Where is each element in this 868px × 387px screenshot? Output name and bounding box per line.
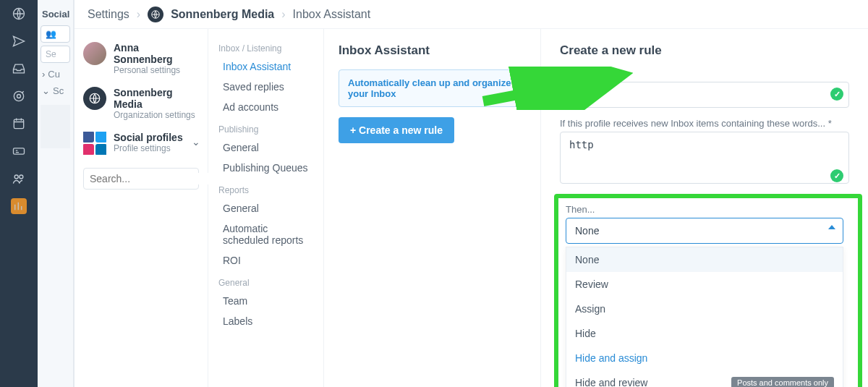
bg-chip: 👥 [41,25,70,43]
nav-labels[interactable]: Labels [208,311,323,331]
settings-nav: Inbox / Listening Inbox Assistant Saved … [208,0,324,387]
bg-search: Se [41,46,70,63]
create-rule-title: Create a new rule [560,43,849,58]
workspace-icon [148,7,163,22]
svg-point-2 [17,95,21,98]
nav-ad-accounts[interactable]: Ad accounts [208,97,323,117]
bg-row-scheduled: ⌄Sc [41,82,70,99]
create-rule-button[interactable]: + Create a new rule [339,117,454,143]
search-input[interactable] [90,173,216,184]
nav-publishing-general[interactable]: General [208,137,323,158]
nav-inbox-assistant[interactable]: Inbox Assistant [208,56,323,77]
social-profiles-icon [83,132,106,155]
check-icon [830,88,843,101]
account-profiles[interactable]: Social profiles Profile settings [75,126,208,161]
opt-hide[interactable]: Hide [566,321,843,346]
crumb-workspace[interactable]: Sonnenberg Media [171,8,274,21]
account-sub: Personal settings [114,65,199,75]
opt-hide-review-label: Hide and review [575,377,647,387]
avatar [83,42,106,65]
send-icon[interactable] [11,33,27,49]
bg-row-custom: ›Cu [41,66,70,82]
nav-group-reports: Reports [208,178,323,198]
svg-rect-3 [14,119,23,129]
opt-assign[interactable]: Assign [566,297,843,321]
account-sub: Profile settings [114,143,183,153]
accounts-column: Anna Sonnenberg Personal settings Sonnen… [75,0,208,387]
words-input[interactable] [560,132,849,184]
check-icon [830,169,843,182]
people-icon[interactable] [11,171,27,187]
search-input-wrap[interactable] [83,168,199,190]
nav-publishing-queues[interactable]: Publishing Queues [208,158,323,178]
account-sub: Organization settings [114,110,199,120]
opt-hide-review[interactable]: Hide and review Posts and comments only [566,370,843,387]
bg-tab: Social [41,6,70,22]
nav-group-publishing: Publishing [208,117,323,137]
rule-name-label: Rule name * [560,68,849,79]
crumb-page: Inbox Assistant [293,8,371,21]
then-select[interactable]: None [566,218,843,244]
calendar-icon[interactable] [11,116,27,132]
info-banner: Automatically clean up and organize your… [339,69,526,107]
account-personal[interactable]: Anna Sonnenberg Personal settings [75,36,208,81]
account-name: Sonnenberg Media [114,87,199,110]
caret-up-icon [828,225,835,229]
words-label: If this profile receives new Inbox items… [560,118,849,129]
nav-group-inbox: Inbox / Listening [208,36,323,56]
then-dropdown: None Review Assign Hide Hide and assign … [566,247,843,387]
opt-none[interactable]: None [566,247,843,272]
bg-skeleton [41,105,70,148]
logo-icon[interactable] [11,6,27,22]
opt-hide-review-tag: Posts and comments only [731,377,834,387]
svg-point-6 [20,175,23,179]
account-name: Anna Sonnenberg [114,42,199,65]
chevron-right-icon: › [281,8,285,21]
nav-reports-auto[interactable]: Automatic scheduled reports [208,218,323,250]
ads-icon[interactable] [11,143,27,159]
opt-review[interactable]: Review [566,272,843,297]
nav-reports-roi[interactable]: ROI [208,250,323,271]
chart-icon[interactable] [11,198,27,214]
then-label: Then... [566,204,843,215]
account-org[interactable]: Sonnenberg Media Organization settings [75,81,208,126]
crumb-settings[interactable]: Settings [88,8,129,21]
nav-group-general: General [208,271,323,291]
rule-name-input[interactable] [560,82,849,108]
background-panel: Social 👥 Se ›Cu ⌄Sc [38,0,74,387]
inbox-assistant-panel: Inbox Assistant Automatically clean up a… [324,0,541,387]
org-icon [83,87,106,110]
chevron-right-icon: › [137,8,140,21]
nav-team[interactable]: Team [208,291,323,311]
inbox-icon[interactable] [11,61,27,77]
nav-reports-general[interactable]: General [208,198,323,218]
settings-modal: × Settings › Sonnenberg Media › Inbox As… [74,0,868,387]
then-select-value: None [575,225,599,237]
svg-point-5 [14,175,18,179]
create-rule-panel: Create a new rule Rule name * If this pr… [541,0,868,387]
inbox-assistant-title: Inbox Assistant [339,43,526,58]
left-rail [0,0,38,387]
nav-saved-replies[interactable]: Saved replies [208,77,323,97]
account-name: Social profiles [114,132,183,143]
svg-rect-4 [14,148,25,154]
target-icon[interactable] [11,88,27,104]
opt-hide-assign[interactable]: Hide and assign [566,346,843,370]
